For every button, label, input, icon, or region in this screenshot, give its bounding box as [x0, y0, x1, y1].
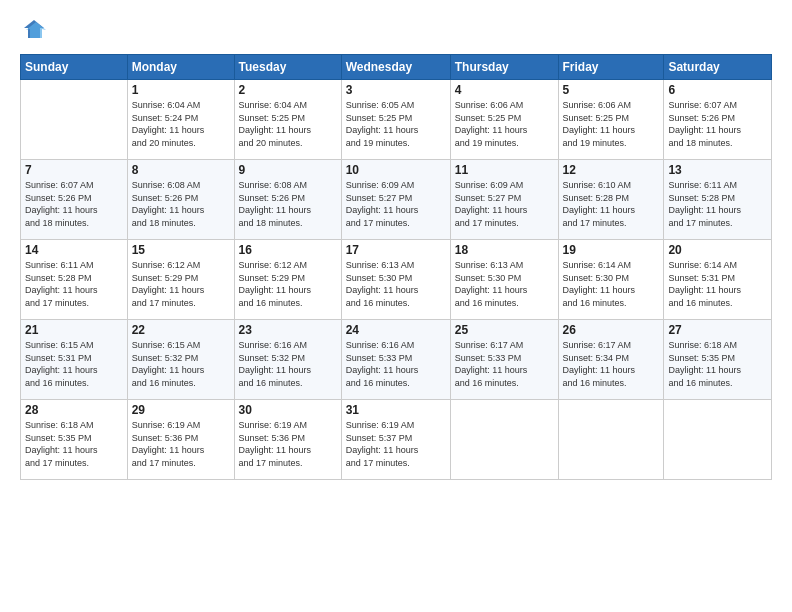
- day-number: 26: [563, 323, 660, 337]
- day-number: 24: [346, 323, 446, 337]
- calendar-week: 1Sunrise: 6:04 AM Sunset: 5:24 PM Daylig…: [21, 80, 772, 160]
- day-info: Sunrise: 6:11 AM Sunset: 5:28 PM Dayligh…: [25, 259, 123, 309]
- day-info: Sunrise: 6:18 AM Sunset: 5:35 PM Dayligh…: [668, 339, 767, 389]
- day-info: Sunrise: 6:17 AM Sunset: 5:34 PM Dayligh…: [563, 339, 660, 389]
- logo-icon: [20, 16, 48, 44]
- weekday-header: Friday: [558, 55, 664, 80]
- day-number: 23: [239, 323, 337, 337]
- day-number: 3: [346, 83, 446, 97]
- calendar-cell: 22Sunrise: 6:15 AM Sunset: 5:32 PM Dayli…: [127, 320, 234, 400]
- day-info: Sunrise: 6:09 AM Sunset: 5:27 PM Dayligh…: [455, 179, 554, 229]
- day-number: 21: [25, 323, 123, 337]
- day-number: 12: [563, 163, 660, 177]
- calendar-week: 14Sunrise: 6:11 AM Sunset: 5:28 PM Dayli…: [21, 240, 772, 320]
- calendar: SundayMondayTuesdayWednesdayThursdayFrid…: [20, 54, 772, 480]
- weekday-header: Sunday: [21, 55, 128, 80]
- day-info: Sunrise: 6:09 AM Sunset: 5:27 PM Dayligh…: [346, 179, 446, 229]
- calendar-cell: 3Sunrise: 6:05 AM Sunset: 5:25 PM Daylig…: [341, 80, 450, 160]
- day-number: 27: [668, 323, 767, 337]
- weekday-header: Saturday: [664, 55, 772, 80]
- day-info: Sunrise: 6:15 AM Sunset: 5:32 PM Dayligh…: [132, 339, 230, 389]
- day-number: 5: [563, 83, 660, 97]
- day-number: 18: [455, 243, 554, 257]
- day-number: 11: [455, 163, 554, 177]
- calendar-cell: 18Sunrise: 6:13 AM Sunset: 5:30 PM Dayli…: [450, 240, 558, 320]
- day-number: 29: [132, 403, 230, 417]
- day-info: Sunrise: 6:13 AM Sunset: 5:30 PM Dayligh…: [455, 259, 554, 309]
- day-number: 16: [239, 243, 337, 257]
- calendar-cell: 10Sunrise: 6:09 AM Sunset: 5:27 PM Dayli…: [341, 160, 450, 240]
- weekday-header: Wednesday: [341, 55, 450, 80]
- day-info: Sunrise: 6:14 AM Sunset: 5:31 PM Dayligh…: [668, 259, 767, 309]
- day-info: Sunrise: 6:17 AM Sunset: 5:33 PM Dayligh…: [455, 339, 554, 389]
- calendar-week: 21Sunrise: 6:15 AM Sunset: 5:31 PM Dayli…: [21, 320, 772, 400]
- day-info: Sunrise: 6:06 AM Sunset: 5:25 PM Dayligh…: [563, 99, 660, 149]
- calendar-cell: 25Sunrise: 6:17 AM Sunset: 5:33 PM Dayli…: [450, 320, 558, 400]
- day-number: 14: [25, 243, 123, 257]
- day-number: 8: [132, 163, 230, 177]
- calendar-week: 28Sunrise: 6:18 AM Sunset: 5:35 PM Dayli…: [21, 400, 772, 480]
- calendar-cell: 29Sunrise: 6:19 AM Sunset: 5:36 PM Dayli…: [127, 400, 234, 480]
- calendar-cell: 5Sunrise: 6:06 AM Sunset: 5:25 PM Daylig…: [558, 80, 664, 160]
- day-number: 15: [132, 243, 230, 257]
- calendar-cell: 9Sunrise: 6:08 AM Sunset: 5:26 PM Daylig…: [234, 160, 341, 240]
- day-info: Sunrise: 6:07 AM Sunset: 5:26 PM Dayligh…: [668, 99, 767, 149]
- day-info: Sunrise: 6:10 AM Sunset: 5:28 PM Dayligh…: [563, 179, 660, 229]
- calendar-cell: 14Sunrise: 6:11 AM Sunset: 5:28 PM Dayli…: [21, 240, 128, 320]
- day-number: 4: [455, 83, 554, 97]
- calendar-cell: 8Sunrise: 6:08 AM Sunset: 5:26 PM Daylig…: [127, 160, 234, 240]
- day-number: 22: [132, 323, 230, 337]
- day-number: 19: [563, 243, 660, 257]
- day-info: Sunrise: 6:12 AM Sunset: 5:29 PM Dayligh…: [239, 259, 337, 309]
- calendar-cell: 28Sunrise: 6:18 AM Sunset: 5:35 PM Dayli…: [21, 400, 128, 480]
- page: SundayMondayTuesdayWednesdayThursdayFrid…: [0, 0, 792, 612]
- calendar-cell: [21, 80, 128, 160]
- calendar-cell: 23Sunrise: 6:16 AM Sunset: 5:32 PM Dayli…: [234, 320, 341, 400]
- calendar-cell: 26Sunrise: 6:17 AM Sunset: 5:34 PM Dayli…: [558, 320, 664, 400]
- day-info: Sunrise: 6:04 AM Sunset: 5:25 PM Dayligh…: [239, 99, 337, 149]
- calendar-body: 1Sunrise: 6:04 AM Sunset: 5:24 PM Daylig…: [21, 80, 772, 480]
- weekday-header: Thursday: [450, 55, 558, 80]
- calendar-cell: [664, 400, 772, 480]
- day-info: Sunrise: 6:12 AM Sunset: 5:29 PM Dayligh…: [132, 259, 230, 309]
- day-info: Sunrise: 6:11 AM Sunset: 5:28 PM Dayligh…: [668, 179, 767, 229]
- calendar-cell: 1Sunrise: 6:04 AM Sunset: 5:24 PM Daylig…: [127, 80, 234, 160]
- day-info: Sunrise: 6:16 AM Sunset: 5:32 PM Dayligh…: [239, 339, 337, 389]
- day-number: 20: [668, 243, 767, 257]
- weekday-row: SundayMondayTuesdayWednesdayThursdayFrid…: [21, 55, 772, 80]
- day-number: 30: [239, 403, 337, 417]
- calendar-cell: 15Sunrise: 6:12 AM Sunset: 5:29 PM Dayli…: [127, 240, 234, 320]
- day-info: Sunrise: 6:04 AM Sunset: 5:24 PM Dayligh…: [132, 99, 230, 149]
- day-info: Sunrise: 6:16 AM Sunset: 5:33 PM Dayligh…: [346, 339, 446, 389]
- day-number: 31: [346, 403, 446, 417]
- logo: [20, 16, 52, 44]
- calendar-cell: [450, 400, 558, 480]
- day-info: Sunrise: 6:05 AM Sunset: 5:25 PM Dayligh…: [346, 99, 446, 149]
- calendar-header: SundayMondayTuesdayWednesdayThursdayFrid…: [21, 55, 772, 80]
- calendar-cell: 6Sunrise: 6:07 AM Sunset: 5:26 PM Daylig…: [664, 80, 772, 160]
- calendar-cell: 7Sunrise: 6:07 AM Sunset: 5:26 PM Daylig…: [21, 160, 128, 240]
- day-number: 7: [25, 163, 123, 177]
- day-info: Sunrise: 6:19 AM Sunset: 5:36 PM Dayligh…: [239, 419, 337, 469]
- calendar-cell: [558, 400, 664, 480]
- day-info: Sunrise: 6:14 AM Sunset: 5:30 PM Dayligh…: [563, 259, 660, 309]
- calendar-cell: 20Sunrise: 6:14 AM Sunset: 5:31 PM Dayli…: [664, 240, 772, 320]
- calendar-cell: 27Sunrise: 6:18 AM Sunset: 5:35 PM Dayli…: [664, 320, 772, 400]
- calendar-cell: 21Sunrise: 6:15 AM Sunset: 5:31 PM Dayli…: [21, 320, 128, 400]
- weekday-header: Tuesday: [234, 55, 341, 80]
- day-number: 10: [346, 163, 446, 177]
- day-number: 2: [239, 83, 337, 97]
- calendar-cell: 4Sunrise: 6:06 AM Sunset: 5:25 PM Daylig…: [450, 80, 558, 160]
- day-info: Sunrise: 6:18 AM Sunset: 5:35 PM Dayligh…: [25, 419, 123, 469]
- calendar-week: 7Sunrise: 6:07 AM Sunset: 5:26 PM Daylig…: [21, 160, 772, 240]
- calendar-cell: 30Sunrise: 6:19 AM Sunset: 5:36 PM Dayli…: [234, 400, 341, 480]
- day-number: 25: [455, 323, 554, 337]
- day-info: Sunrise: 6:08 AM Sunset: 5:26 PM Dayligh…: [132, 179, 230, 229]
- header: [20, 16, 772, 44]
- day-number: 9: [239, 163, 337, 177]
- calendar-cell: 16Sunrise: 6:12 AM Sunset: 5:29 PM Dayli…: [234, 240, 341, 320]
- weekday-header: Monday: [127, 55, 234, 80]
- day-info: Sunrise: 6:15 AM Sunset: 5:31 PM Dayligh…: [25, 339, 123, 389]
- day-number: 1: [132, 83, 230, 97]
- calendar-cell: 31Sunrise: 6:19 AM Sunset: 5:37 PM Dayli…: [341, 400, 450, 480]
